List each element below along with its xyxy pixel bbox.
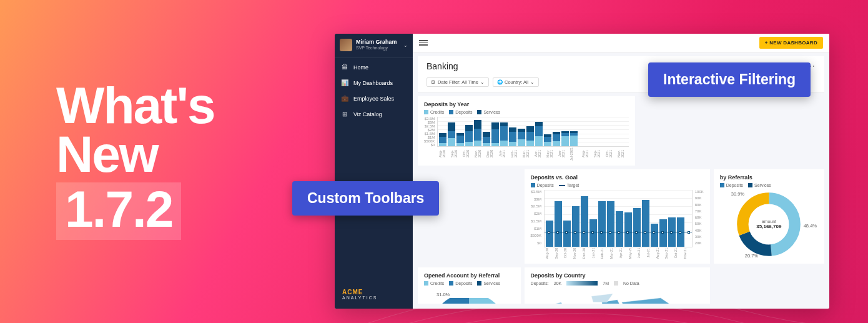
sales-icon: 💼 <box>341 95 348 102</box>
stacked-bar-chart: $3.5M$3M$2.5M$2M$1.5M$1M$500K$0 Aug-2020… <box>424 117 629 161</box>
catalog-icon: ⊞ <box>341 111 348 117</box>
avatar <box>340 39 352 51</box>
card-title: Deposits by Year <box>424 101 629 107</box>
user-role: SVP Technology <box>356 46 400 51</box>
card-deposits-vs-goal: Deposits vs. Goal Deposits Target $3.5M$… <box>525 169 710 264</box>
new-dashboard-button[interactable]: + NEW DASHBOARD <box>759 37 823 49</box>
hero-text: What's New 1.7.2 <box>56 81 215 240</box>
filter-country[interactable]: 🌐 Country: All ⌄ <box>493 77 539 87</box>
chevron-down-icon: ⌄ <box>530 79 535 85</box>
combo-chart: $3.5M$3M$2.5M$2M$1.5M$1M$500K$0 Aug-20Se… <box>531 190 704 259</box>
legend: Credits Deposits Services <box>424 281 515 286</box>
chevron-down-icon: ⌄ <box>403 42 408 48</box>
card-title: Opened Account by Referral <box>424 272 515 279</box>
home-icon: 🏛 <box>341 64 348 71</box>
card-title: Deposits by Country <box>531 272 704 279</box>
hero-line1: What's <box>56 81 215 130</box>
donut-chart: amount 35,166,709 30.9% 48.4% 20.7% <box>720 190 818 259</box>
card-referrals-donut: by Referrals Deposits Services amount 35… <box>714 169 824 264</box>
page-title: Banking <box>427 61 458 71</box>
sidebar-item-my-dashboards[interactable]: 📊 My Dashboards <box>335 75 413 91</box>
card-title: by Referrals <box>720 174 818 181</box>
filter-icon: 🗓 <box>431 79 436 85</box>
pie-chart: 31.0% 20.4% <box>424 288 515 304</box>
brand-logo: ACME ANALYTICS <box>335 280 413 309</box>
filter-date[interactable]: 🗓 Date Filter: All Time ⌄ <box>427 77 489 87</box>
card-opened-account-pie: Opened Account by Referral Credits Depos… <box>418 267 521 304</box>
world-map <box>531 288 704 304</box>
sidebar-item-home[interactable]: 🏛 Home <box>335 59 413 75</box>
sidebar-item-viz-catalog[interactable]: ⊞ Viz Catalog <box>335 106 413 122</box>
chevron-down-icon: ⌄ <box>480 79 485 85</box>
sidebar-item-label: My Dashboards <box>353 80 393 86</box>
sidebar-item-label: Viz Catalog <box>353 111 382 117</box>
legend: Deposits Services <box>720 183 818 187</box>
sidebar: Miriam Graham SVP Technology ⌄ 🏛 Home 📊 … <box>335 34 413 309</box>
card-deposits-by-year: Deposits by Year Credits Deposits Servic… <box>418 96 635 166</box>
sidebar-item-employee-sales[interactable]: 💼 Employee Sales <box>335 91 413 106</box>
legend: Credits Deposits Services <box>424 110 629 114</box>
user-block[interactable]: Miriam Graham SVP Technology ⌄ <box>335 34 413 56</box>
card-title: Deposits vs. Goal <box>531 174 704 181</box>
topbar: + NEW DASHBOARD <box>413 34 829 52</box>
sidebar-item-label: Employee Sales <box>353 96 394 102</box>
map-legend: Deposits: 20K 7M No Data <box>531 281 704 286</box>
card-deposits-by-country: Deposits by Country Deposits: 20K 7M No … <box>525 267 710 304</box>
hero-line2: New <box>56 130 215 179</box>
callout-custom-toolbars: Custom Toolbars <box>292 181 439 216</box>
filter-icon: 🌐 <box>497 79 503 85</box>
callout-interactive-filtering: Interactive Filtering <box>648 62 811 97</box>
sidebar-item-label: Home <box>353 64 368 71</box>
dashboards-icon: 📊 <box>341 79 348 86</box>
dashboard-grid: Deposits by Year Credits Deposits Servic… <box>418 96 824 304</box>
user-name: Miriam Graham <box>356 39 400 46</box>
hero-version: 1.7.2 <box>56 182 181 240</box>
hamburger-icon[interactable] <box>419 40 428 46</box>
legend: Deposits Target <box>531 183 704 187</box>
